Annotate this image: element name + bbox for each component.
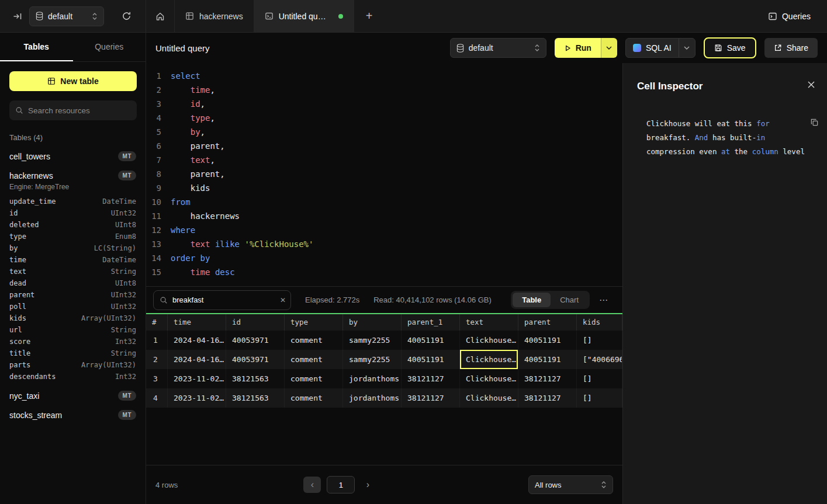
table-cell[interactable]: Clickhouse…	[460, 350, 518, 369]
tab-hackernews[interactable]: hackernews	[175, 0, 254, 32]
row-index[interactable]: 2	[146, 350, 168, 369]
queries-button[interactable]: Queries	[768, 12, 811, 21]
column-header[interactable]: time	[168, 314, 226, 331]
table-cell[interactable]: 38121127	[402, 388, 460, 408]
table-cell[interactable]: 40051191	[518, 331, 577, 350]
table-row: 32023-11-02…38121563commentjordanthoms38…	[146, 369, 622, 388]
sidebar-table-item[interactable]: stocks_streamMT	[0, 405, 146, 425]
table-cell[interactable]: 38121127	[518, 388, 577, 408]
table-cell[interactable]: []	[577, 369, 622, 388]
sql-ai-button[interactable]: SQL AI	[626, 39, 679, 57]
sidebar-tab-tables[interactable]: Tables	[0, 33, 73, 61]
column-row[interactable]: scoreInt32	[0, 336, 146, 347]
page-size-select[interactable]: All rows	[528, 475, 613, 494]
column-header[interactable]: #	[146, 314, 168, 331]
column-row[interactable]: byLC(String)	[0, 242, 146, 254]
column-row[interactable]: titleString	[0, 347, 146, 359]
column-row[interactable]: descendantsInt32	[0, 371, 146, 383]
table-cell[interactable]: 2024-04-16…	[168, 350, 226, 369]
more-options-button[interactable]: ⋯	[599, 295, 608, 305]
column-row[interactable]: deadUInt8	[0, 277, 146, 289]
refresh-button[interactable]	[122, 11, 132, 21]
results-search-input[interactable]	[172, 296, 275, 304]
column-row[interactable]: idUInt32	[0, 207, 146, 219]
close-icon[interactable]	[807, 81, 815, 91]
table-cell[interactable]: jordanthoms	[343, 369, 402, 388]
column-header[interactable]: text	[460, 314, 518, 331]
row-index[interactable]: 1	[146, 331, 168, 350]
clear-search-button[interactable]: ✕	[280, 296, 286, 304]
column-row[interactable]: kidsArray(UInt32)	[0, 312, 146, 324]
column-row[interactable]: timeDateTime	[0, 254, 146, 266]
table-cell[interactable]: sammy2255	[343, 350, 402, 369]
page-number-input[interactable]	[327, 476, 355, 493]
table-cell[interactable]: comment	[285, 350, 343, 369]
results-table-area: #timeidtypebyparent_1textparentkids12024…	[146, 313, 622, 465]
column-row[interactable]: textString	[0, 266, 146, 277]
sql-editor[interactable]: 1select2 time,3 id,4 type,5 by,6 parent,…	[146, 63, 622, 286]
table-cell[interactable]: 2023-11-02…	[168, 388, 226, 408]
table-cell[interactable]: 40051191	[402, 350, 460, 369]
row-index[interactable]: 3	[146, 369, 168, 388]
column-header[interactable]: id	[226, 314, 285, 331]
table-cell[interactable]: comment	[285, 388, 343, 408]
run-button[interactable]: Run	[555, 38, 601, 58]
table-cell[interactable]: 40053971	[226, 331, 285, 350]
previous-page-button[interactable]: ‹	[303, 477, 321, 493]
table-cell[interactable]: []	[577, 388, 622, 408]
sql-ai-options-button[interactable]	[679, 39, 695, 57]
column-header[interactable]: type	[285, 314, 343, 331]
search-resources-input[interactable]	[28, 106, 132, 115]
tab-home[interactable]	[146, 0, 175, 32]
table-cell[interactable]: ["40066964…	[577, 350, 622, 369]
table-cell[interactable]: 38121127	[402, 369, 460, 388]
table-cell[interactable]: comment	[285, 331, 343, 350]
sidebar-table-item[interactable]: nyc_taxiMT	[0, 386, 146, 405]
next-page-button[interactable]: ›	[361, 479, 375, 490]
table-cell[interactable]: jordanthoms	[343, 388, 402, 408]
columns-list: update_timeDateTimeidUInt32deletedUInt8t…	[0, 196, 146, 383]
column-row[interactable]: parentUInt32	[0, 289, 146, 301]
save-button[interactable]: Save	[704, 37, 756, 58]
table-cell[interactable]: 2023-11-02…	[168, 369, 226, 388]
table-cell[interactable]: 40051191	[518, 350, 577, 369]
query-database-selector[interactable]: default	[450, 38, 546, 58]
table-cell[interactable]: 2024-04-16…	[168, 331, 226, 350]
table-cell[interactable]: 38121563	[226, 369, 285, 388]
table-cell[interactable]: Clickhouse…	[460, 369, 518, 388]
column-row[interactable]: update_timeDateTime	[0, 196, 146, 207]
column-row[interactable]: pollUInt32	[0, 301, 146, 312]
table-cell[interactable]: sammy2255	[343, 331, 402, 350]
column-header[interactable]: parent_1	[402, 314, 460, 331]
column-header[interactable]: by	[343, 314, 402, 331]
column-row[interactable]: deletedUInt8	[0, 219, 146, 231]
column-row[interactable]: partsArray(UInt32)	[0, 359, 146, 371]
table-cell[interactable]: Clickhouse…	[460, 331, 518, 350]
new-table-button[interactable]: New table	[9, 71, 137, 91]
new-tab-button[interactable]: +	[357, 0, 382, 32]
table-cell[interactable]: comment	[285, 369, 343, 388]
column-header[interactable]: parent	[518, 314, 577, 331]
column-header[interactable]: kids	[577, 314, 622, 331]
database-selector[interactable]: default	[29, 6, 104, 26]
code-text: time desc	[171, 265, 235, 279]
sidebar-table-item[interactable]: cell_towersMT	[0, 147, 146, 166]
table-cell[interactable]: 38121127	[518, 369, 577, 388]
collapse-sidebar-button[interactable]	[13, 12, 22, 21]
table-cell[interactable]: []	[577, 331, 622, 350]
table-cell[interactable]: 40053971	[226, 350, 285, 369]
table-cell[interactable]: 40051191	[402, 331, 460, 350]
copy-icon[interactable]	[810, 118, 819, 129]
column-row[interactable]: typeEnum8	[0, 231, 146, 242]
column-row[interactable]: urlString	[0, 324, 146, 336]
row-index[interactable]: 4	[146, 388, 168, 408]
sidebar-tab-queries[interactable]: Queries	[73, 33, 146, 61]
share-button[interactable]: Share	[764, 38, 818, 58]
table-cell[interactable]: 38121563	[226, 388, 285, 408]
view-toggle-table[interactable]: Table	[513, 293, 551, 307]
table-cell[interactable]: Clickhouse…	[460, 388, 518, 408]
view-toggle-chart[interactable]: Chart	[551, 293, 588, 307]
tab-untitled-query[interactable]: Untitled qu…	[254, 0, 354, 32]
engine-label: Engine: MergeTree	[0, 183, 146, 196]
run-options-button[interactable]	[601, 38, 617, 58]
